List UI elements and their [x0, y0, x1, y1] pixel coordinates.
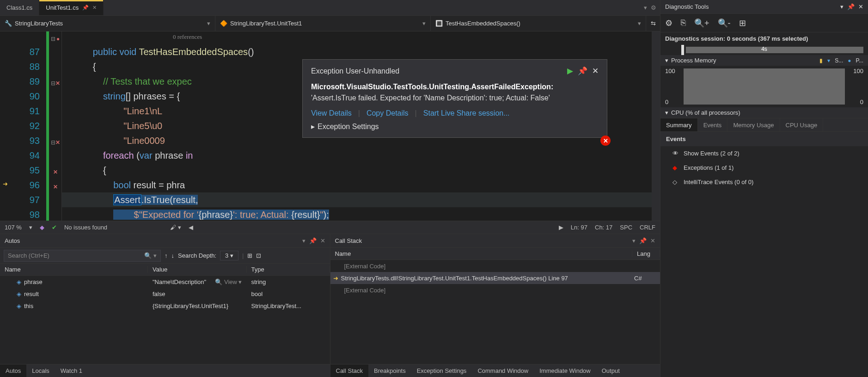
line-ending-mode[interactable]: CRLF [640, 224, 655, 231]
breadcrumb-namespace[interactable]: 🔧 StringLibraryTests▾ [0, 16, 215, 31]
search-down-icon[interactable]: ↓ [171, 252, 175, 259]
search-icon[interactable]: 🔍 ▾ [144, 252, 157, 259]
autos-search-input[interactable]: Search (Ctrl+E)🔍 ▾ [4, 250, 161, 262]
issues-text[interactable]: No issues found [64, 224, 107, 231]
bottom-tab-immediate-window[interactable]: Immediate Window [534, 365, 596, 377]
breadcrumb-class[interactable]: 🔶 StringLibraryTest.UnitTest1▾ [215, 16, 431, 31]
collapse-icon[interactable]: ▾ [665, 57, 668, 64]
bottom-tab-call-stack[interactable]: Call Stack [330, 365, 369, 377]
zoom-level[interactable]: 107 % [5, 224, 22, 231]
panel-dropdown-icon[interactable]: ▾ [840, 3, 844, 10]
diag-session-label: Diagnostics session: 0 seconds (367 ms s… [660, 32, 868, 45]
callstack-title: Call Stack [335, 237, 629, 244]
panel-pin-icon[interactable]: 📌 [309, 237, 317, 244]
tab-class1[interactable]: Class1.cs [0, 0, 39, 15]
panel-close-icon[interactable]: ✕ [858, 3, 863, 10]
class-icon: 🔶 [220, 20, 227, 27]
panel-dropdown-icon[interactable]: ▾ [302, 237, 306, 244]
exception-settings-toggle[interactable]: ▸Exception Settings [311, 122, 599, 131]
diag-event-row[interactable]: ◆ Exceptions (1 of 1) [660, 161, 868, 175]
tab-settings-icon[interactable]: ⚙ [651, 4, 656, 11]
tab-unittest1[interactable]: UnitTest1.cs 📌 ✕ [39, 0, 104, 15]
cursor-line: Ln: 97 [571, 224, 587, 231]
toolbar-icon-2[interactable]: ⊡ [256, 252, 261, 259]
diag-tab-summary[interactable]: Summary [660, 118, 698, 131]
callstack-row[interactable]: [External Code] [330, 284, 660, 296]
panel-pin-icon[interactable]: 📌 [847, 3, 855, 10]
autos-tab-watch-1[interactable]: Watch 1 [55, 365, 88, 377]
pin-popup-icon[interactable]: 📌 [578, 66, 587, 76]
diag-timeline[interactable]: 4s [660, 45, 868, 55]
cpu-section-title: CPU (% of all processors) [671, 109, 740, 116]
zoom-dropdown-icon[interactable]: ▾ [29, 224, 32, 231]
panel-pin-icon[interactable]: 📌 [639, 237, 647, 244]
toolbar-icon-1[interactable]: ⊞ [247, 252, 252, 259]
diagnostic-tools-panel: Diagnostic Tools ▾ 📌 ✕ ⚙ ⎘ 🔍+ 🔍- ⊞ Diagn… [660, 0, 868, 377]
select-tools-icon[interactable]: ⎘ [681, 18, 686, 28]
continue-icon[interactable]: ▶ [567, 66, 573, 76]
diag-tab-events[interactable]: Events [698, 118, 728, 131]
nav-back-icon[interactable]: ◀ [189, 224, 193, 231]
bottom-tab-command-window[interactable]: Command Window [472, 365, 534, 377]
callstack-row[interactable]: [External Code] [330, 260, 660, 272]
exception-popup: Exception User-Unhandled ▶ 📌 ✕ Microsoft… [302, 59, 607, 138]
line-number-gutter: 87888990919293949596979899100 [14, 31, 46, 221]
col-type[interactable]: Type [247, 266, 330, 273]
diag-event-row[interactable]: ◇ IntelliTrace Events (0 of 0) [660, 175, 868, 189]
tab-dropdown-icon[interactable]: ▾ [644, 4, 647, 11]
error-badge-icon: ✕ [600, 136, 611, 146]
copy-details-link[interactable]: Copy Details [367, 109, 409, 117]
brush-icon[interactable]: 🖌 ▾ [170, 224, 181, 231]
autos-tab-autos[interactable]: Autos [0, 365, 26, 377]
references-label[interactable]: 0 references [173, 33, 202, 41]
diag-tabs: SummaryEventsMemory UsageCPU Usage [660, 118, 868, 132]
zoom-in-icon[interactable]: 🔍+ [694, 18, 709, 28]
reset-view-icon[interactable]: ⊞ [739, 18, 746, 28]
autos-row[interactable]: ◈ result false bool [0, 288, 330, 300]
depth-select[interactable]: 3 ▾ [220, 251, 238, 260]
panel-close-icon[interactable]: ✕ [320, 237, 325, 244]
panel-close-icon[interactable]: ✕ [650, 237, 655, 244]
search-up-icon[interactable]: ↑ [165, 252, 168, 259]
live-share-link[interactable]: Start Live Share session... [423, 109, 510, 117]
nav-fwd-icon[interactable]: ▶ [559, 224, 563, 231]
close-icon[interactable]: ✕ [92, 5, 97, 11]
method-icon: 🔳 [435, 20, 443, 27]
bottom-tab-breakpoints[interactable]: Breakpoints [368, 365, 411, 377]
callstack-tabs: Call StackBreakpointsException SettingsC… [330, 364, 660, 377]
col-value[interactable]: Value [148, 266, 247, 273]
autos-title: Autos [5, 237, 299, 244]
view-details-link[interactable]: View Details [311, 109, 352, 117]
pin-icon[interactable]: 📌 [82, 5, 89, 11]
collapse-icon[interactable]: ▾ [665, 109, 668, 116]
autos-row[interactable]: ◈ phrase "Name\tDescription" 🔍 View ▾ st… [0, 276, 330, 288]
breadcrumb-method[interactable]: 🔳 TestHasEmbeddedSpaces()▾ [431, 16, 646, 31]
bottom-tab-output[interactable]: Output [596, 365, 625, 377]
bottom-tab-exception-settings[interactable]: Exception Settings [411, 365, 472, 377]
close-popup-icon[interactable]: ✕ [592, 66, 599, 76]
panel-dropdown-icon[interactable]: ▾ [632, 237, 636, 244]
memory-chart[interactable]: 1000 1000 [660, 66, 868, 107]
diag-title: Diagnostic Tools [665, 3, 837, 10]
issues-ok-icon: ✔ [52, 224, 57, 231]
zoom-out-icon[interactable]: 🔍- [718, 18, 731, 28]
diag-tab-memory-usage[interactable]: Memory Usage [727, 118, 780, 131]
file-tabs: Class1.cs UnitTest1.cs 📌 ✕ ▾ ⚙ [0, 0, 660, 16]
callstack-row[interactable]: ➜ StringLibraryTests.dll!StringLibraryTe… [330, 272, 660, 284]
callstack-panel: Call Stack ▾ 📌 ✕ Name Lang [External Cod… [330, 234, 660, 377]
editor-scrollbar[interactable] [652, 31, 660, 221]
gear-icon[interactable]: ⚙ [665, 18, 672, 28]
autos-row[interactable]: ◈ this {StringLibraryTest.UnitTest1} Str… [0, 300, 330, 312]
diag-tab-cpu-usage[interactable]: CPU Usage [780, 118, 824, 131]
cs-col-lang[interactable]: Lang [632, 250, 660, 257]
split-icon[interactable]: ⇆ [646, 20, 660, 27]
diag-event-row[interactable]: 👁 Show Events (2 of 2) [660, 146, 868, 161]
variable-icon: ◈ [17, 290, 21, 297]
expand-icon: ▸ [311, 122, 315, 131]
autos-tab-locals[interactable]: Locals [26, 365, 55, 377]
intellicode-icon[interactable]: ◆ [40, 224, 44, 231]
col-name[interactable]: Name [0, 266, 148, 273]
whitespace-mode[interactable]: SPC [620, 224, 632, 231]
code-editor[interactable]: ➜ 87888990919293949596979899100 ⊟● ⊟✕ ⊟✕… [0, 31, 660, 221]
cs-col-name[interactable]: Name [330, 250, 633, 257]
